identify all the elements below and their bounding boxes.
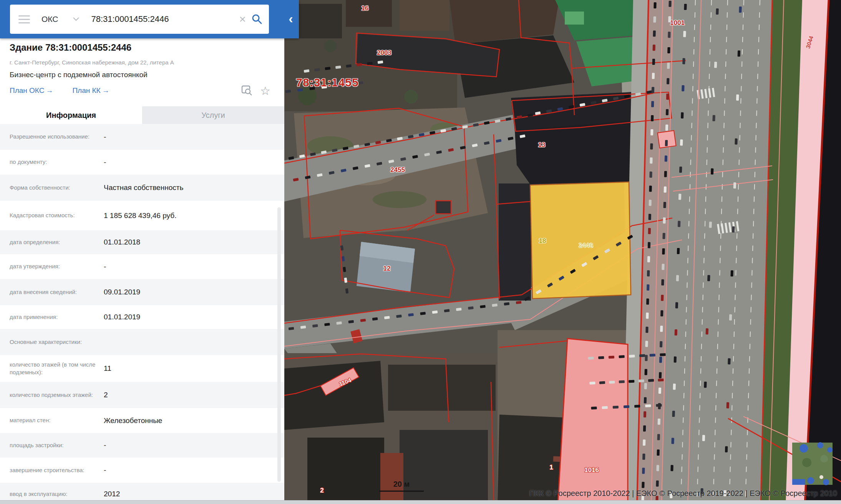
search-icon[interactable]	[251, 13, 263, 25]
map-attribution: ПКК © Росреестр 2010-2022 | ЕЭКО © Росре…	[529, 489, 837, 498]
info-row-value: Железобетонные	[104, 416, 162, 425]
arrow-icon: →	[102, 86, 109, 94]
info-row-label: дата определения:	[10, 238, 104, 246]
info-row-label: по документу:	[10, 158, 104, 166]
info-row: дата утверждения:-	[0, 254, 284, 279]
info-row-value: -	[104, 441, 106, 449]
info-row: дата определения:01.01.2018	[0, 230, 284, 254]
panel-scrollbar[interactable]	[277, 207, 281, 482]
arrow-icon: →	[46, 86, 53, 94]
info-row: количество этажей (в том числе подземных…	[0, 355, 284, 382]
plan-kk-link[interactable]: План КК→	[72, 86, 109, 95]
tab-services[interactable]: Услуги	[142, 106, 284, 124]
info-row: материал стен:Железобетонные	[0, 408, 284, 433]
info-row: Кадастровая стоимость:1 185 628 439,46 р…	[0, 201, 284, 230]
info-row: дата применения:01.01.2019	[0, 305, 284, 329]
info-row-value: 01.01.2018	[104, 238, 140, 246]
map-canvas[interactable]: 162003100178:31:145513245512182446110411…	[284, 0, 841, 504]
scale-line	[379, 491, 424, 492]
scale-label: 20 м	[378, 480, 425, 489]
info-row-label: Разрешенное использование:	[10, 133, 104, 140]
plan-oks-link[interactable]: План ОКС→	[10, 86, 53, 95]
chevron-down-icon[interactable]	[73, 17, 79, 21]
info-row-label: количество подземных этажей:	[10, 391, 104, 399]
minimap-tile	[792, 442, 833, 485]
selected-parcel-2446[interactable]	[530, 182, 631, 299]
tabs: Информация Услуги	[0, 106, 284, 124]
window-bottom-edge	[0, 500, 841, 504]
object-address: г. Санкт-Петербург, Синопская набережная…	[10, 59, 174, 66]
info-row-label: количество этажей (в том числе подземных…	[10, 361, 104, 377]
info-row-value: -	[104, 158, 106, 167]
zoom-to-object-icon[interactable]	[241, 84, 252, 97]
menu-icon[interactable]	[18, 15, 30, 23]
search-bar: ОКС × ‹	[0, 0, 299, 38]
info-row-value: 09.01.2019	[104, 288, 140, 296]
search-category-select[interactable]: ОКС	[41, 15, 58, 24]
plan-oks-label: План ОКС	[10, 86, 44, 94]
info-row: завершение строительства:-	[0, 458, 284, 483]
info-row-value: 2	[104, 391, 108, 399]
info-row-value: 2012	[104, 490, 120, 498]
info-row-label: Кадастровая стоимость:	[10, 212, 104, 219]
collapse-panel-icon[interactable]: ‹	[284, 10, 297, 27]
info-row-label: дата утверждения:	[10, 263, 104, 270]
info-row: Основные характеристики:	[0, 329, 284, 355]
info-row-value: Частная собственность	[104, 183, 183, 192]
search-input[interactable]	[91, 14, 237, 25]
info-row-value: -	[104, 263, 106, 271]
search-box: ОКС ×	[10, 5, 269, 34]
info-row-label: площадь застройки:	[10, 441, 104, 449]
info-row-label: Форма собственности:	[10, 184, 104, 192]
plan-links: План ОКС→ План КК→	[10, 86, 109, 95]
info-row: площадь застройки:-	[0, 433, 284, 458]
info-row-value: 1 185 628 439,46 руб.	[104, 212, 176, 220]
info-row-label: ввод в эксплуатацию:	[10, 490, 104, 498]
clear-search-icon[interactable]: ×	[237, 13, 248, 25]
info-table: Разрешенное использование:-по документу:…	[0, 124, 284, 504]
info-row: по документу:-	[0, 150, 284, 175]
info-row: количество подземных этажей:2	[0, 382, 284, 408]
info-row-value: -	[104, 133, 106, 141]
info-row: дата внесения сведений:09.01.2019	[0, 279, 284, 305]
parcel-1016[interactable]	[558, 339, 628, 504]
info-row-label: дата применения:	[10, 313, 104, 321]
info-row-value: 01.01.2019	[104, 313, 140, 321]
pkk-app: 162003100178:31:145513245512182446110411…	[0, 0, 841, 504]
info-row-label: материал стен:	[10, 416, 104, 424]
plan-kk-label: План КК	[72, 86, 100, 94]
scale-bar: 20 м	[378, 480, 425, 492]
header-icons: ☆	[241, 84, 270, 97]
tab-information[interactable]: Информация	[0, 106, 142, 124]
info-row: Форма собственности:Частная собственност…	[0, 175, 284, 201]
favorite-star-icon[interactable]: ☆	[260, 85, 270, 97]
object-info-panel: Здание 78:31:0001455:2446 г. Санкт-Петер…	[0, 38, 284, 504]
parcel-shed[interactable]	[436, 201, 451, 214]
info-row-label: завершение строительства:	[10, 466, 104, 474]
object-title: Здание 78:31:0001455:2446	[10, 42, 131, 53]
info-row: Разрешенное использование:-	[0, 124, 284, 150]
info-row-value: -	[104, 466, 106, 474]
info-row-label: дата внесения сведений:	[10, 288, 104, 296]
info-row-value: 11	[104, 364, 111, 373]
object-name: Бизнес-центр с подземной автостоянкой	[10, 71, 148, 79]
info-row-label: Основные характеристики:	[10, 338, 104, 346]
satellite-layer	[284, 0, 841, 504]
